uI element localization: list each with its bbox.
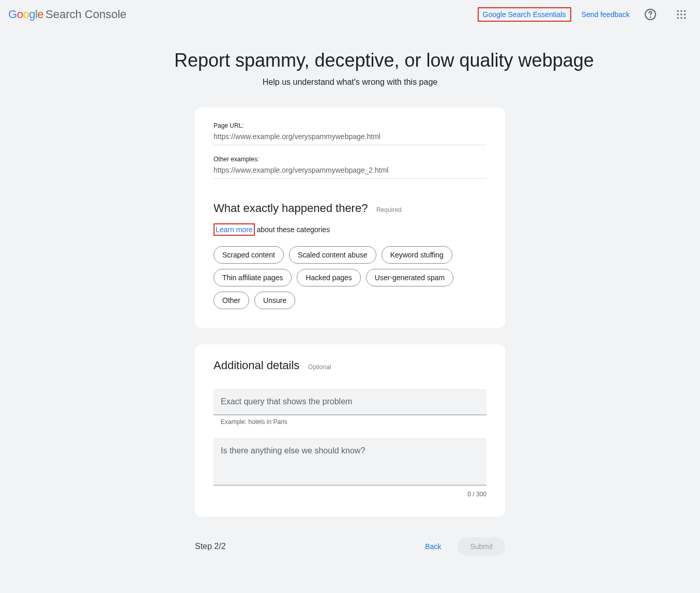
apps-icon[interactable] (671, 4, 692, 25)
product-name: Search Console (45, 8, 127, 21)
details-title: Additional details (214, 359, 299, 372)
svg-point-6 (680, 13, 682, 15)
other-examples-label: Other examples: (214, 156, 486, 163)
svg-point-10 (684, 17, 686, 19)
category-section-header: What exactly happened there? Required (214, 202, 486, 219)
logo[interactable]: Google Search Console (8, 8, 127, 21)
send-feedback-link[interactable]: Send feedback (582, 10, 630, 19)
chip-scaled-content-abuse[interactable]: Scaled content abuse (289, 246, 376, 264)
query-hint: Example: hotels in Paris (221, 418, 486, 425)
svg-point-5 (677, 13, 679, 15)
chip-other[interactable]: Other (214, 292, 249, 309)
required-badge: Required (376, 206, 402, 214)
learn-more-row: Learn more about these categories (214, 225, 486, 234)
comment-textarea[interactable] (214, 438, 486, 485)
report-card: Page URL: https://www.example.org/verysp… (195, 108, 505, 328)
details-section-header: Additional details Optional (214, 359, 486, 376)
char-count: 0 / 300 (214, 491, 486, 498)
other-examples-value: https://www.example.org/veryspammywebpag… (214, 166, 486, 179)
query-input[interactable] (214, 389, 486, 415)
svg-point-3 (680, 10, 682, 12)
svg-point-4 (684, 10, 686, 12)
google-logo: Google (8, 8, 43, 21)
search-essentials-link[interactable]: Google Search Essentials (478, 7, 571, 22)
chip-scraped-content[interactable]: Scraped content (214, 246, 284, 264)
footer-actions: Step 2/2 Back Submit (195, 533, 505, 560)
svg-point-1 (650, 17, 651, 18)
chip-unsure[interactable]: Unsure (254, 292, 295, 309)
svg-point-2 (677, 10, 679, 12)
details-card: Additional details Optional Example: hot… (195, 344, 505, 516)
svg-point-8 (677, 17, 679, 19)
back-button[interactable]: Back (417, 537, 449, 556)
page-url-label: Page URL: (214, 122, 486, 129)
header-actions: Google Search Essentials Send feedback (478, 4, 692, 25)
chip-hacked-pages[interactable]: Hacked pages (297, 269, 361, 286)
learn-more-link[interactable]: Learn more (214, 223, 255, 236)
app-header: Google Search Console Google Search Esse… (0, 0, 700, 29)
category-chips: Scraped content Scaled content abuse Key… (214, 246, 486, 309)
page-url-value: https://www.example.org/veryspammywebpag… (214, 132, 486, 145)
chip-thin-affiliate-pages[interactable]: Thin affiliate pages (214, 269, 292, 286)
chip-user-generated-spam[interactable]: User-generated spam (366, 269, 453, 286)
svg-point-9 (680, 17, 682, 19)
step-indicator: Step 2/2 (195, 542, 226, 551)
other-examples-field: Other examples: https://www.example.org/… (214, 156, 486, 179)
page-title: Report spammy, deceptive, or low quality… (174, 50, 526, 71)
svg-point-7 (684, 13, 686, 15)
learn-more-suffix: about these categories (255, 225, 330, 234)
action-buttons: Back Submit (417, 537, 505, 556)
optional-badge: Optional (308, 363, 331, 371)
chip-keyword-stuffing[interactable]: Keyword stuffing (382, 246, 452, 264)
page-subtitle: Help us understand what's wrong with thi… (174, 78, 526, 87)
submit-button[interactable]: Submit (458, 537, 505, 556)
main-content: Report spammy, deceptive, or low quality… (164, 29, 536, 581)
help-icon[interactable] (640, 4, 661, 25)
page-url-field: Page URL: https://www.example.org/verysp… (214, 122, 486, 145)
category-title: What exactly happened there? (214, 202, 368, 215)
